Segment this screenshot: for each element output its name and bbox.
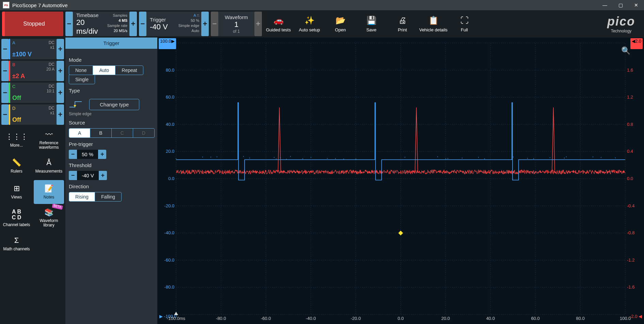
more-button[interactable]: ⋮⋮⋮More...: [1, 128, 32, 152]
waveform-prev-button[interactable]: −: [211, 12, 218, 36]
y-right-tick: -0.4: [627, 203, 642, 208]
pretrigger-spinner: − 50 % +: [69, 150, 106, 159]
source-b[interactable]: B: [90, 129, 111, 137]
y-right-tick: -1.6: [627, 284, 642, 290]
scope-display[interactable]: 100.0▶V ◀2.0A 🔍 80.060.040.020.00.0-20.0…: [157, 38, 644, 324]
print-icon: 🖨: [398, 16, 407, 25]
source-d[interactable]: D: [133, 129, 154, 137]
maximize-button[interactable]: ▢: [613, 0, 628, 10]
type-label: Type: [69, 88, 154, 93]
mode-single[interactable]: Single: [69, 75, 95, 84]
mode-repeat[interactable]: Repeat: [115, 66, 143, 75]
source-c[interactable]: C: [112, 129, 133, 137]
trigger-panel: − Trigger -40 V A ⎍ 50 % Simple edge Aut…: [139, 12, 209, 36]
y-right-tick: -0.8: [627, 230, 642, 235]
save-icon: 💾: [366, 16, 377, 25]
close-button[interactable]: ✕: [628, 0, 644, 10]
open-button[interactable]: 📂Open: [326, 12, 355, 36]
waveform-library-button[interactable]: BETA📚Waveform library: [34, 206, 64, 230]
timebase-plus-button[interactable]: +: [129, 12, 137, 36]
channel-c-minus[interactable]: −: [1, 83, 9, 103]
notes-icon: 📝: [44, 185, 53, 193]
views-button[interactable]: ⊞Views: [1, 180, 32, 204]
threshold-plus[interactable]: +: [99, 171, 107, 180]
x-tick: -40.0: [301, 316, 321, 321]
channel-b-settings[interactable]: BDC20 A ±2 A: [9, 61, 57, 81]
channel-d-plus[interactable]: +: [57, 104, 64, 125]
waveform-next-button[interactable]: +: [254, 12, 262, 36]
y-right-tick: 0.4: [627, 149, 642, 154]
y-left-tick: -40.0: [159, 230, 174, 235]
auto-setup-button[interactable]: ✨Auto setup: [295, 12, 324, 36]
pretrigger-value[interactable]: 50 %: [77, 150, 98, 159]
grid-icon: ⊞: [14, 185, 20, 193]
mode-auto[interactable]: Auto: [93, 66, 115, 75]
sigma-icon: Σ: [14, 236, 19, 245]
channel-c: − CDC10:1 Off +: [1, 83, 64, 103]
threshold-minus[interactable]: −: [69, 171, 77, 180]
full-button[interactable]: ⛶Full: [450, 12, 479, 36]
trigger-settings-panel: Trigger Mode None Auto Repeat Single Typ…: [65, 38, 157, 324]
threshold-value[interactable]: -40 V: [77, 171, 99, 180]
waveform-display[interactable]: Waveform 1 of 1: [218, 12, 254, 36]
x-tick: 0.0: [391, 316, 411, 321]
y-left-tick: -60.0: [159, 257, 174, 263]
channel-labels-button[interactable]: A BC DChannel labels: [1, 206, 32, 230]
notes-button[interactable]: 📝Notes: [34, 180, 64, 204]
direction-falling[interactable]: Falling: [95, 192, 121, 201]
reference-waveforms-button[interactable]: 〰Reference waveforms: [34, 128, 64, 152]
app-logo-icon: PS: [3, 2, 10, 9]
x-tick: 60.0: [525, 316, 546, 321]
window-title: PicoScope 7 Automotive: [12, 2, 68, 8]
channel-a-minus[interactable]: −: [1, 39, 9, 59]
source-a[interactable]: A: [69, 129, 90, 137]
vehicle-details-button[interactable]: 📋Vehicle details: [419, 12, 448, 36]
pretrigger-minus[interactable]: −: [69, 150, 77, 159]
channel-c-settings[interactable]: CDC10:1 Off: [9, 83, 57, 103]
save-button[interactable]: 💾Save: [357, 12, 386, 36]
timebase-display[interactable]: Timebase 20 ms/div: [73, 12, 107, 36]
panel-title: Trigger: [65, 38, 157, 49]
rulers-button[interactable]: 📏Rulers: [1, 154, 32, 178]
y-left-tick: -20.0: [159, 203, 174, 208]
mode-none[interactable]: None: [69, 66, 93, 75]
channel-b-minus[interactable]: −: [1, 61, 9, 81]
trigger-plus-button[interactable]: +: [201, 12, 209, 36]
trigger-display[interactable]: Trigger -40 V: [146, 12, 178, 36]
channel-a-plus[interactable]: +: [57, 39, 64, 59]
guided-tests-button[interactable]: 🚗Guided tests: [264, 12, 293, 36]
channel-c-plus[interactable]: +: [57, 83, 64, 103]
print-button[interactable]: 🖨Print: [388, 12, 417, 36]
threshold-spinner: − -40 V +: [69, 171, 107, 180]
channel-a-settings[interactable]: ADCx1 ±100 V: [9, 39, 57, 59]
rising-edge-icon: ⎍: [197, 13, 199, 17]
y-right-tick: 0.0: [627, 176, 642, 181]
type-name: Simple edge: [69, 112, 154, 116]
x-tick: -80.0: [211, 316, 231, 321]
measurements-button[interactable]: ÅMeasurements: [34, 154, 64, 178]
left-sidebar: − ADCx1 ±100 V + − BDC20 A ±2 A + − CDC1…: [0, 38, 65, 324]
channel-a: − ADCx1 ±100 V +: [1, 39, 64, 59]
pretrigger-plus[interactable]: +: [98, 150, 106, 159]
timebase-minus-button[interactable]: −: [65, 12, 73, 36]
wand-icon: ✨: [304, 16, 315, 25]
titlebar: PS PicoScope 7 Automotive ― ▢ ✕: [0, 0, 644, 10]
run-stop-button[interactable]: Stopped: [2, 12, 63, 36]
zoom-in-button[interactable]: 🔍: [621, 46, 630, 55]
channel-d-settings[interactable]: DDCx1 Off: [9, 104, 57, 125]
car-icon: 🚗: [273, 16, 284, 25]
fullscreen-icon: ⛶: [460, 16, 469, 25]
dots-icon: ⋮⋮⋮: [5, 133, 28, 141]
math-channels-button[interactable]: ΣMath channels: [1, 232, 32, 256]
change-type-button[interactable]: Change type: [89, 99, 139, 110]
y-left-tick: 40.0: [159, 122, 174, 127]
x-tick: 80.0: [570, 316, 591, 321]
minimize-button[interactable]: ―: [597, 0, 613, 10]
trigger-minus-button[interactable]: −: [139, 12, 146, 36]
y-right-tick: 0.8: [627, 122, 642, 127]
channel-b-plus[interactable]: +: [57, 61, 64, 81]
folder-icon: 📂: [335, 16, 346, 25]
mode-label: Mode: [69, 57, 154, 63]
channel-d-minus[interactable]: −: [1, 104, 9, 125]
direction-rising[interactable]: Rising: [69, 192, 95, 201]
